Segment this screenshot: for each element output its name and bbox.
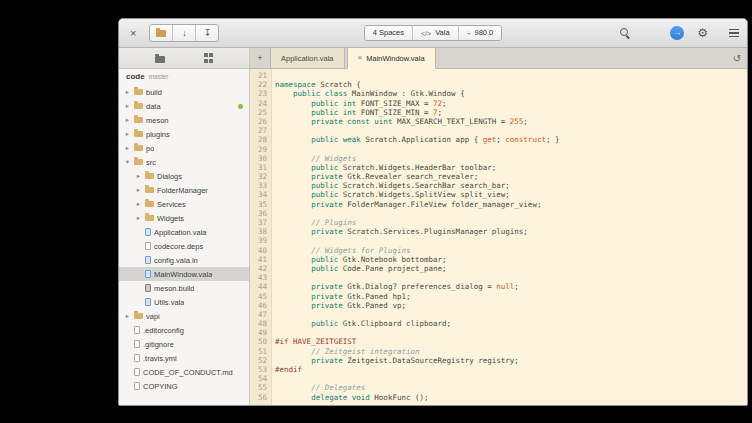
tree-item-CODE_OF_CONDUCT.md[interactable]: CODE_OF_CONDUCT.md — [119, 365, 249, 379]
tree-item-Utils.vala[interactable]: Utils.vala — [119, 295, 249, 309]
tree-item-Widgets[interactable]: ▸Widgets — [119, 211, 249, 225]
code-line: 33 public Scratch.Widgets.SearchBar sear… — [250, 181, 747, 190]
code-line: 36 — [250, 209, 747, 218]
indentation-button[interactable]: 4 Spaces — [365, 26, 413, 40]
folder-icon — [134, 313, 143, 319]
tree-item-Dialogs[interactable]: ▸Dialogs — [119, 169, 249, 183]
expand-arrow-icon[interactable]: ▸ — [124, 103, 131, 110]
code-text: public int FONT_SIZE_MAX = 72; — [271, 99, 447, 108]
expand-arrow-icon[interactable]: ▸ — [135, 187, 142, 194]
tree-item-codecore.deps[interactable]: codecore.deps — [119, 239, 249, 253]
tree-item-build[interactable]: ▸build — [119, 85, 249, 99]
expand-arrow-icon[interactable]: ▸ — [135, 215, 142, 222]
language-button[interactable]: </> Vala — [413, 26, 459, 40]
line-number: 53 — [250, 365, 271, 374]
tab-MainWindow.vala[interactable]: ×MainWindow.vala — [347, 48, 436, 69]
line-number: 50 — [250, 337, 271, 346]
tree-item-Application.vala[interactable]: Application.vala — [119, 225, 249, 239]
tree-item-label: codecore.deps — [154, 242, 203, 251]
tree-item-MainWindow.vala[interactable]: MainWindow.vala — [119, 267, 249, 281]
expand-arrow-icon[interactable]: ▸ — [124, 313, 131, 320]
project-name: code — [126, 72, 145, 81]
gear-icon[interactable]: ⚙ — [697, 27, 708, 39]
share-button[interactable]: → — [670, 26, 684, 40]
file-icon — [145, 242, 151, 250]
expand-arrow-icon[interactable]: ▸ — [124, 131, 131, 138]
tree-item-FolderManager[interactable]: ▸FolderManager — [119, 183, 249, 197]
tree-item-.editorconfig[interactable]: .editorconfig — [119, 323, 249, 337]
tree-item-.gitignore[interactable]: .gitignore — [119, 337, 249, 351]
tree-item-config.vala.in[interactable]: config.vala.in — [119, 253, 249, 267]
code-line: 44 private Gtk.Dialog? preferences_dialo… — [250, 282, 747, 291]
language-label: Vala — [435, 29, 449, 37]
tree-item-plugins[interactable]: ▸plugins — [119, 127, 249, 141]
line-number: 28 — [250, 135, 271, 144]
file-icon — [134, 326, 140, 334]
file-icon — [145, 284, 151, 292]
save-button[interactable]: ↓ — [173, 25, 196, 41]
folder-icon — [145, 173, 154, 179]
expand-arrow-icon[interactable]: ▸ — [124, 117, 131, 124]
code-line: 24 public int FONT_SIZE_MAX = 72; — [250, 99, 747, 108]
search-icon[interactable] — [620, 28, 631, 39]
code-line: 54 — [250, 374, 747, 383]
tree-item-.travis.yml[interactable]: .travis.yml — [119, 351, 249, 365]
share-arrow-icon: → — [673, 29, 681, 37]
history-icon[interactable]: ↺ — [727, 48, 747, 68]
file-icon — [145, 270, 151, 278]
code-text: // Zeitgeist integration — [271, 347, 420, 356]
code-text: public weak Scratch.Application app { ge… — [271, 135, 559, 144]
tree-item-data[interactable]: ▸data — [119, 99, 249, 113]
code-line: 48 public Gtk.Clipboard clipboard; — [250, 319, 747, 328]
code-line: 55 // Delegates — [250, 383, 747, 392]
code-line: 49 — [250, 328, 747, 337]
code-editor[interactable]: 2122namespace Scratch {23 public class M… — [250, 69, 747, 405]
folder-icon — [155, 56, 165, 63]
document-settings-group: 4 Spaces </> Vala ÷ 980.0 — [364, 25, 503, 41]
tree-item-meson[interactable]: ▸meson — [119, 113, 249, 127]
headerbar: × ↓ ↧ 4 Spaces </> Vala — [119, 19, 747, 48]
goto-line-button[interactable]: ÷ 980.0 — [459, 26, 502, 40]
tab-close-icon[interactable]: × — [358, 54, 363, 62]
line-number: 23 — [250, 89, 271, 98]
tree-item-label: Utils.vala — [154, 298, 184, 307]
tree-item-vapi[interactable]: ▸vapi — [119, 309, 249, 323]
window-close-button[interactable]: × — [127, 26, 139, 41]
expand-arrow-icon[interactable]: ▸ — [124, 145, 131, 152]
project-branch: master — [149, 73, 169, 80]
grid-view-icon[interactable] — [204, 53, 214, 63]
line-number: 29 — [250, 145, 271, 154]
tree-item-Services[interactable]: ▸Services — [119, 197, 249, 211]
line-number: 34 — [250, 190, 271, 199]
line-number: 55 — [250, 383, 271, 392]
tree-item-meson.build[interactable]: meson.build — [119, 281, 249, 295]
save-as-button[interactable]: ↧ — [196, 25, 218, 41]
open-folder-button[interactable] — [150, 25, 173, 41]
code-line: 32 private Gtk.Revealer search_revealer; — [250, 172, 747, 181]
line-number: 31 — [250, 163, 271, 172]
tree-item-po[interactable]: ▸po — [119, 141, 249, 155]
code-text: private Zeitgeist.DataSourceRegistry reg… — [271, 356, 519, 365]
expand-arrow-icon[interactable]: ▸ — [135, 173, 142, 180]
code-text: private Gtk.Paned hp1; — [271, 292, 410, 301]
code-text — [271, 236, 275, 245]
folder-icon — [134, 159, 143, 165]
code-line: 34 public Scratch.Widgets.SplitView spli… — [250, 190, 747, 199]
expand-arrow-icon[interactable]: ▸ — [135, 201, 142, 208]
line-number: 42 — [250, 264, 271, 273]
menu-icon[interactable] — [729, 29, 739, 38]
project-view-button[interactable] — [155, 49, 165, 67]
line-number: 56 — [250, 393, 271, 402]
file-icon — [134, 340, 140, 348]
code-text: public Scratch.Widgets.HeaderBar toolbar… — [271, 163, 496, 172]
line-number: 37 — [250, 218, 271, 227]
collapse-arrow-icon[interactable]: ▾ — [124, 159, 131, 166]
tree-item-COPYING[interactable]: COPYING — [119, 379, 249, 393]
code-line: 47 — [250, 310, 747, 319]
expand-arrow-icon[interactable]: ▸ — [124, 89, 131, 96]
new-tab-button[interactable]: + — [252, 48, 268, 68]
tab-Application.vala[interactable]: Application.vala — [270, 48, 345, 68]
tree-item-src[interactable]: ▾src — [119, 155, 249, 169]
tree-item-label: Services — [157, 200, 186, 209]
project-header[interactable]: code master — [119, 69, 249, 84]
